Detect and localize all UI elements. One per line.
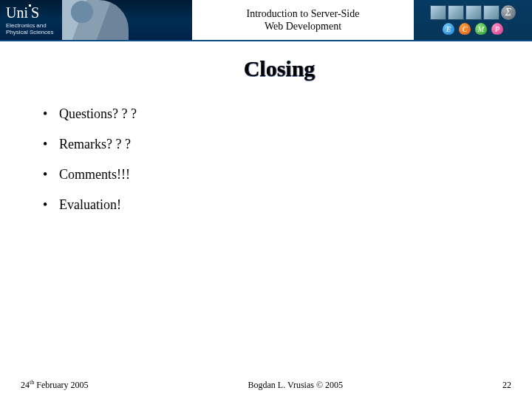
header-center: Introduction to Server-Side Web Developm… bbox=[192, 0, 414, 40]
building-image bbox=[62, 0, 129, 40]
photo-thumb bbox=[483, 5, 499, 20]
brand-sub-line2: Physical Sciences bbox=[6, 30, 53, 36]
footer: 24th February 2005 Bogdan L. Vrusias © 2… bbox=[0, 378, 532, 399]
footer-author: Bogdan L. Vrusias © 2005 bbox=[248, 380, 344, 391]
bullet-item: Questions? ? ? bbox=[56, 106, 502, 122]
header-right: Σ E C M P bbox=[414, 0, 532, 40]
brand-text: Uni bbox=[6, 4, 28, 21]
footer-date: 24th February 2005 bbox=[21, 379, 89, 391]
brand-suffix: S bbox=[31, 4, 39, 21]
bullet-item: Comments!!! bbox=[56, 167, 502, 183]
brand-subtitle: Electronics and Physical Sciences bbox=[6, 23, 53, 36]
course-title-line2: Web Development bbox=[265, 20, 341, 33]
photo-thumb bbox=[430, 5, 446, 20]
photo-thumb bbox=[448, 5, 464, 20]
bullet-item: Remarks? ? ? bbox=[56, 137, 502, 152]
footer-page: 22 bbox=[502, 380, 511, 391]
header-left: UniS Electronics and Physical Sciences bbox=[0, 0, 192, 40]
photo-thumb bbox=[466, 5, 482, 20]
footer-date-day: 24 bbox=[21, 380, 30, 390]
footer-date-rest: February 2005 bbox=[34, 380, 88, 390]
lozenge-e: E bbox=[443, 23, 454, 35]
sigma-icon: Σ bbox=[501, 5, 516, 20]
slide-body: Closing Questions? ? ? Remarks? ? ? Comm… bbox=[0, 41, 532, 378]
bullet-item: Evaluation! bbox=[56, 197, 502, 213]
brand-logo: UniS bbox=[6, 4, 41, 21]
lozenge-c: C bbox=[459, 23, 471, 35]
lozenge-p: P bbox=[491, 23, 503, 35]
lozenge-row: E C M P bbox=[443, 23, 503, 35]
slide-title: Closing bbox=[56, 56, 502, 81]
lozenge-m: M bbox=[475, 23, 487, 35]
brand-block: UniS Electronics and Physical Sciences bbox=[6, 4, 53, 36]
bullet-list: Questions? ? ? Remarks? ? ? Comments!!! … bbox=[56, 106, 502, 213]
header-banner: UniS Electronics and Physical Sciences I… bbox=[0, 0, 532, 41]
course-title-line1: Introduction to Server-Side bbox=[247, 7, 360, 21]
photo-strip: Σ bbox=[430, 5, 516, 20]
